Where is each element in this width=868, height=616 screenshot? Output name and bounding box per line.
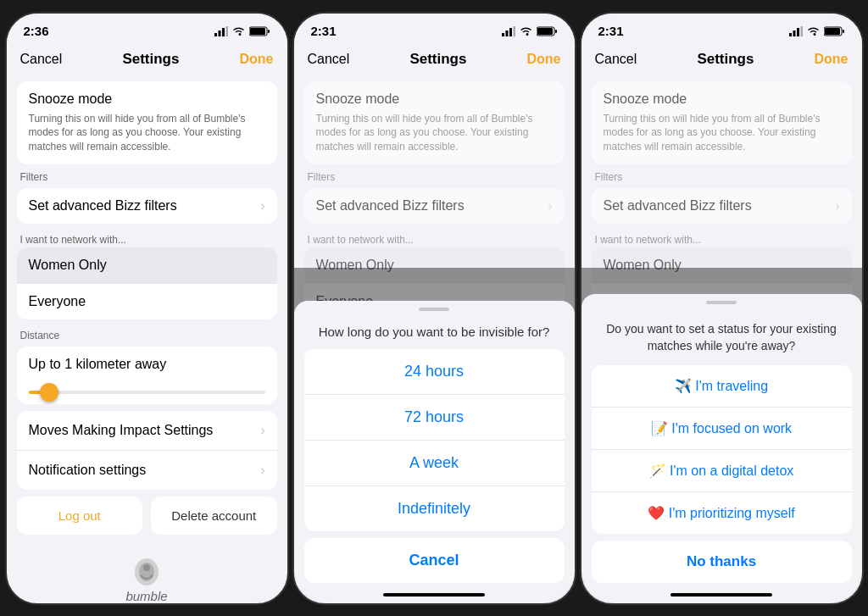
svg-rect-16 — [555, 30, 557, 33]
svg-rect-18 — [793, 31, 795, 36]
time-2: 2:31 — [311, 24, 337, 38]
home-indicator-3 — [670, 593, 772, 597]
phone-screen-2: 2:31 Cancel Settings Done Snooze mode Tu… — [292, 12, 576, 605]
snooze-title-3: Snooze mode — [604, 92, 840, 107]
status-bar-3: 2:31 — [581, 14, 862, 44]
snooze-title-2: Snooze mode — [316, 92, 553, 107]
settings-title-1: Settings — [122, 51, 179, 68]
myself-text: I'm prioritizing myself — [669, 506, 795, 520]
advanced-filters-card-3: Set advanced Bizz filters › — [592, 188, 852, 224]
status-work[interactable]: 📝 I'm focused on work — [592, 408, 852, 450]
status-icons-1 — [214, 26, 270, 36]
sheet-title-2: How long do you want to be invisible for… — [294, 318, 575, 349]
advanced-filters-text-2: Set advanced Bizz filters — [316, 198, 465, 214]
sheet-handle-2 — [419, 308, 449, 311]
bumble-name-1: bumble — [125, 589, 167, 603]
moves-row-1[interactable]: Moves Making Impact Settings › — [17, 411, 277, 451]
option-indefinitely[interactable]: Indefinitely — [304, 486, 565, 531]
distance-card-1: Up to 1 kilometer away — [17, 347, 277, 404]
svg-rect-12 — [509, 28, 512, 36]
advanced-filters-row-3[interactable]: Set advanced Bizz filters › — [592, 188, 852, 224]
distance-slider-1[interactable] — [17, 382, 277, 404]
notifications-row-1[interactable]: Notification settings › — [17, 451, 277, 490]
svg-rect-11 — [505, 31, 508, 36]
option-72h[interactable]: 72 hours — [304, 395, 565, 441]
svg-rect-1 — [218, 31, 220, 36]
snooze-desc-2: Turning this on will hide you from all o… — [316, 112, 553, 154]
status-icons-3 — [789, 26, 845, 36]
svg-rect-23 — [843, 30, 844, 33]
sheet-handle-3 — [706, 301, 737, 304]
chevron-icon-3: › — [835, 198, 839, 214]
svg-rect-10 — [502, 33, 504, 36]
distance-row-1: Up to 1 kilometer away — [17, 347, 277, 382]
advanced-filters-text-3: Set advanced Bizz filters — [604, 198, 752, 214]
nav-bar-2: Cancel Settings Done — [294, 44, 575, 75]
wifi-icon-2 — [520, 26, 532, 36]
notifications-chevron-1: › — [260, 463, 264, 478]
network-label-3: I want to network with... — [592, 230, 852, 247]
sheet-options-2: 24 hours 72 hours A week Indefinitely — [304, 349, 565, 531]
slider-thumb-1[interactable] — [40, 383, 58, 402]
status-bar-1: 2:36 — [7, 14, 287, 44]
done-button-3[interactable]: Done — [815, 52, 849, 67]
signal-icon — [214, 26, 228, 36]
svg-rect-3 — [225, 26, 228, 36]
svg-rect-20 — [800, 26, 803, 36]
filters-label-2: Filters — [304, 168, 565, 186]
detox-emoji: 🪄 — [649, 463, 670, 478]
svg-rect-0 — [214, 33, 217, 36]
cancel-button-2[interactable]: Cancel — [308, 52, 350, 67]
snooze-card-3: Snooze mode Turning this on will hide yo… — [592, 81, 852, 164]
option-24h[interactable]: 24 hours — [304, 349, 565, 395]
action-card-1: Moves Making Impact Settings › Notificat… — [17, 411, 277, 490]
wifi-icon-3 — [807, 26, 820, 36]
bumble-logo-1 — [131, 555, 162, 589]
status-myself[interactable]: ❤️ I'm prioritizing myself — [592, 492, 852, 534]
phone-screen-1: 2:36 Cancel Settings Done Snooze mode Tu… — [5, 12, 289, 605]
svg-rect-17 — [789, 33, 792, 36]
women-only-row-1[interactable]: Women Only — [17, 247, 277, 284]
advanced-filters-row-1[interactable]: Set advanced Bizz filters › — [17, 188, 277, 224]
svg-rect-6 — [268, 30, 270, 33]
moves-chevron-1: › — [260, 423, 264, 438]
status-traveling[interactable]: ✈️ I'm traveling — [592, 365, 852, 408]
phone-screen-3: 2:31 Cancel Settings Done Snooze mode Tu… — [580, 12, 864, 605]
advanced-filters-card-2: Set advanced Bizz filters › — [304, 188, 565, 224]
svg-rect-22 — [825, 28, 840, 35]
done-button-1[interactable]: Done — [240, 52, 274, 67]
svg-rect-5 — [250, 28, 265, 35]
everyone-row-1[interactable]: Everyone — [17, 284, 277, 319]
svg-rect-19 — [797, 28, 799, 36]
advanced-filters-row-2[interactable]: Set advanced Bizz filters › — [304, 188, 565, 224]
cancel-button-1[interactable]: Cancel — [20, 52, 63, 67]
work-emoji: 📝 — [651, 421, 671, 436]
chevron-icon-1: › — [260, 198, 264, 214]
moves-text-1: Moves Making Impact Settings — [29, 423, 214, 438]
svg-point-9 — [143, 564, 150, 571]
network-label-2: I want to network with... — [304, 230, 565, 247]
detox-text: I'm on a digital detox — [670, 463, 793, 478]
status-icons-2 — [502, 26, 558, 36]
chevron-icon-2: › — [548, 198, 552, 214]
battery-icon-2 — [537, 26, 558, 36]
status-detox[interactable]: 🪄 I'm on a digital detox — [592, 450, 852, 492]
cancel-button-3[interactable]: Cancel — [595, 52, 637, 67]
bottom-sheet-2: How long do you want to be invisible for… — [294, 301, 575, 603]
traveling-emoji: ✈️ — [675, 379, 695, 393]
notifications-text-1: Notification settings — [29, 463, 147, 478]
done-button-2[interactable]: Done — [527, 52, 561, 67]
no-thanks-button[interactable]: No thanks — [592, 541, 852, 583]
status-options-3: ✈️ I'm traveling 📝 I'm focused on work 🪄… — [592, 365, 852, 534]
battery-icon-3 — [824, 26, 845, 36]
delete-button-1[interactable]: Delete account — [151, 497, 277, 535]
women-only-text-1: Women Only — [29, 258, 107, 273]
bumble-logo-area-1: bumble Version 5.147.1 Created with love — [17, 548, 277, 605]
snooze-desc-3: Turning this on will hide you from all o… — [604, 112, 840, 154]
myself-emoji: ❤️ — [648, 506, 668, 520]
logout-button-1[interactable]: Log out — [17, 497, 143, 535]
sheet-cancel-2[interactable]: Cancel — [304, 538, 565, 583]
settings-title-3: Settings — [697, 51, 754, 68]
option-week[interactable]: A week — [304, 441, 565, 486]
nav-bar-1: Cancel Settings Done — [7, 44, 287, 75]
